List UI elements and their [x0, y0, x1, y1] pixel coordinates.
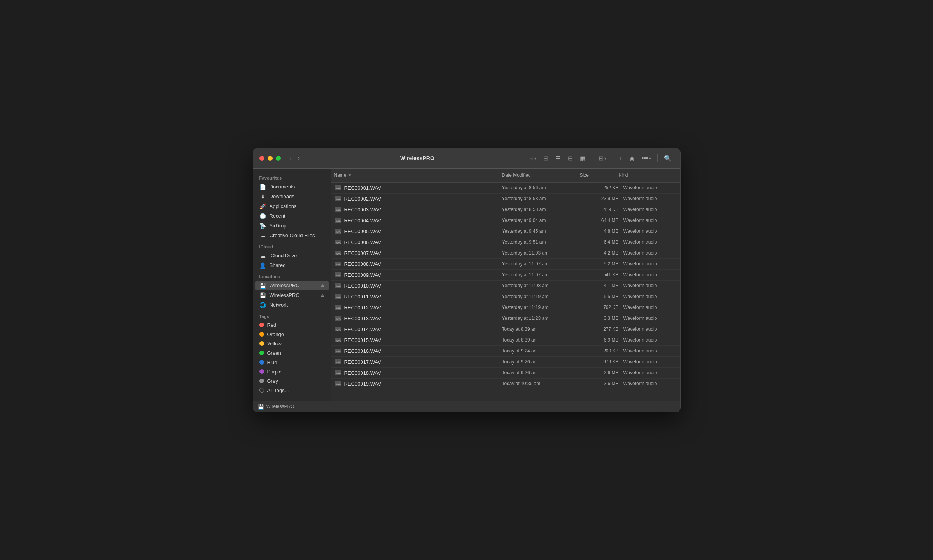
- table-row[interactable]: WAVREC00004.WAVYesterday at 9:04 am64.4 …: [331, 215, 680, 226]
- eject-icon-1[interactable]: ⏏: [321, 283, 324, 288]
- minimize-button[interactable]: [268, 156, 273, 161]
- wav-file-icon: WAV: [334, 249, 342, 257]
- traffic-lights: [259, 156, 281, 161]
- sidebar-item-wirelesspro-2[interactable]: 💾 WirelessPRO ⏏: [255, 291, 329, 300]
- table-row[interactable]: WAVREC00019.WAVToday at 10:36 am3.6 MBWa…: [331, 379, 680, 389]
- sidebar-item-recent[interactable]: 🕐 Recent: [255, 211, 329, 221]
- finder-window: ‹ › WirelessPRO ≡ ▾ ⊞ ☰ ⊟ ▦ ⊟ ▾: [253, 148, 681, 412]
- sidebar-item-label: Recent: [270, 213, 285, 219]
- table-row[interactable]: WAVREC00011.WAVYesterday at 11:19 am5.5 …: [331, 291, 680, 302]
- file-size-cell: 252 KB: [580, 185, 619, 190]
- table-row[interactable]: WAVREC00008.WAVYesterday at 11:07 am5.2 …: [331, 259, 680, 270]
- view-panel-button[interactable]: ⊟: [565, 153, 575, 164]
- sidebar-item-creative-cloud[interactable]: ☁ Creative Cloud Files: [255, 231, 329, 240]
- search-button[interactable]: 🔍: [662, 153, 674, 164]
- file-name-cell: REC00015.WAV: [344, 337, 502, 343]
- col-header-kind[interactable]: Kind: [619, 173, 677, 178]
- col-header-date[interactable]: Date Modified: [502, 173, 580, 178]
- eject-icon-2[interactable]: ⏏: [321, 293, 324, 297]
- table-row[interactable]: WAVREC00012.WAVYesterday at 11:19 am762 …: [331, 302, 680, 313]
- view-chevron-icon: ▾: [534, 156, 536, 160]
- file-name-cell: REC00011.WAV: [344, 294, 502, 300]
- sidebar-item-documents[interactable]: 📄 Documents: [255, 182, 329, 192]
- sidebar-item-airdrop[interactable]: 📡 AirDrop: [255, 221, 329, 230]
- status-bar: 💾 WirelessPRO: [253, 401, 680, 412]
- table-row[interactable]: WAVREC00007.WAVYesterday at 11:03 am4.2 …: [331, 248, 680, 259]
- file-date-cell: Yesterday at 11:19 am: [502, 294, 580, 299]
- sidebar-item-tag-orange[interactable]: Orange: [255, 330, 329, 339]
- tag-label-all-tags: All Tags…: [267, 387, 290, 393]
- svg-text:WAV: WAV: [336, 263, 341, 266]
- file-kind-cell: Waveform audio: [619, 359, 677, 365]
- file-size-cell: 762 KB: [580, 305, 619, 310]
- view-group-button[interactable]: ⊟ ▾: [596, 153, 609, 164]
- file-date-cell: Yesterday at 11:07 am: [502, 272, 580, 277]
- table-row[interactable]: WAVREC00005.WAVYesterday at 9:45 am4.8 M…: [331, 226, 680, 237]
- table-row[interactable]: WAVREC00016.WAVToday at 9:24 am200 KBWav…: [331, 346, 680, 357]
- wav-file-icon: WAV: [334, 347, 342, 355]
- tag-label-red: Red: [267, 322, 277, 328]
- applications-icon: 🚀: [259, 203, 266, 209]
- sidebar-item-tag-green[interactable]: Green: [255, 349, 329, 358]
- view-list-button[interactable]: ≡ ▾: [527, 153, 538, 163]
- sidebar-item-tag-purple[interactable]: Purple: [255, 367, 329, 376]
- locations-section-label: Locations: [253, 270, 331, 281]
- sidebar-item-tag-grey[interactable]: Grey: [255, 377, 329, 386]
- file-kind-cell: Waveform audio: [619, 294, 677, 299]
- table-row[interactable]: WAVREC00003.WAVYesterday at 8:58 am419 K…: [331, 204, 680, 215]
- sidebar-item-label: AirDrop: [270, 223, 287, 229]
- svg-text:WAV: WAV: [336, 285, 341, 288]
- wav-file-icon: WAV: [334, 380, 342, 387]
- sidebar-item-tag-red[interactable]: Red: [255, 321, 329, 330]
- view-columns-button[interactable]: ☰: [553, 153, 563, 164]
- file-kind-cell: Waveform audio: [619, 185, 677, 190]
- file-kind-cell: Waveform audio: [619, 218, 677, 223]
- table-row[interactable]: WAVREC00017.WAVToday at 9:26 am679 KBWav…: [331, 357, 680, 368]
- table-row[interactable]: WAVREC00001.WAVYesterday at 8:56 am252 K…: [331, 183, 680, 194]
- table-row[interactable]: WAVREC00018.WAVToday at 9:26 am2.6 MBWav…: [331, 368, 680, 379]
- tag-label-blue: Blue: [267, 359, 277, 365]
- file-size-cell: 5.5 MB: [580, 294, 619, 299]
- file-date-cell: Yesterday at 9:04 am: [502, 218, 580, 223]
- tag-color-dot-blue: [259, 360, 264, 365]
- file-name-cell: REC00016.WAV: [344, 348, 502, 354]
- view-cover-button[interactable]: ▦: [578, 153, 588, 164]
- col-header-size[interactable]: Size: [580, 173, 619, 178]
- forward-button[interactable]: ›: [296, 154, 303, 163]
- file-date-cell: Yesterday at 8:56 am: [502, 185, 580, 190]
- col-header-name[interactable]: Name ▼: [334, 173, 502, 178]
- close-button[interactable]: [259, 156, 264, 161]
- sidebar-item-network[interactable]: 🌐 Network: [255, 300, 329, 310]
- table-row[interactable]: WAVREC00010.WAVYesterday at 11:08 am4.1 …: [331, 281, 680, 291]
- back-button[interactable]: ‹: [287, 154, 294, 163]
- view-icons-button[interactable]: ⊞: [541, 153, 551, 164]
- wav-file-icon: WAV: [334, 293, 342, 300]
- tags-section-label: Tags: [253, 310, 331, 320]
- table-row[interactable]: WAVREC00009.WAVYesterday at 11:07 am541 …: [331, 270, 680, 281]
- tag-button[interactable]: ◉: [627, 153, 637, 164]
- table-row[interactable]: WAVREC00015.WAVToday at 8:39 am6.9 MBWav…: [331, 335, 680, 346]
- sidebar-item-applications[interactable]: 🚀 Applications: [255, 202, 329, 211]
- file-name-cell: REC00008.WAV: [344, 261, 502, 267]
- search-icon: 🔍: [664, 155, 672, 162]
- sidebar-item-wirelesspro-1[interactable]: 💾 WirelessPRO ⏏: [255, 281, 329, 290]
- sidebar-item-tag-all-tags[interactable]: All Tags…: [255, 386, 329, 395]
- sidebar-item-tag-blue[interactable]: Blue: [255, 358, 329, 367]
- file-date-cell: Yesterday at 9:45 am: [502, 229, 580, 234]
- table-row[interactable]: WAVREC00014.WAVToday at 8:39 am277 KBWav…: [331, 324, 680, 335]
- share-button[interactable]: ↑: [617, 153, 625, 163]
- table-row[interactable]: WAVREC00002.WAVYesterday at 8:58 am23.9 …: [331, 194, 680, 204]
- sidebar-item-icloud-drive[interactable]: ☁ iCloud Drive: [255, 251, 329, 260]
- sidebar-item-tag-yellow[interactable]: Yellow: [255, 339, 329, 348]
- wirelesspro-1-icon: 💾: [259, 283, 266, 289]
- more-button[interactable]: ••• ▾: [639, 153, 653, 163]
- table-row[interactable]: WAVREC00006.WAVYesterday at 9:51 am6.4 M…: [331, 237, 680, 248]
- file-size-cell: 2.6 MB: [580, 370, 619, 375]
- sidebar-item-label: WirelessPRO: [270, 292, 300, 298]
- maximize-button[interactable]: [276, 156, 281, 161]
- columns-view-icon: ☰: [555, 155, 561, 162]
- table-row[interactable]: WAVREC00013.WAVYesterday at 11:23 am3.3 …: [331, 313, 680, 324]
- sidebar-item-shared[interactable]: 👤 Shared: [255, 261, 329, 270]
- file-date-cell: Today at 9:24 am: [502, 348, 580, 354]
- sidebar-item-downloads[interactable]: ⬇ Downloads: [255, 192, 329, 201]
